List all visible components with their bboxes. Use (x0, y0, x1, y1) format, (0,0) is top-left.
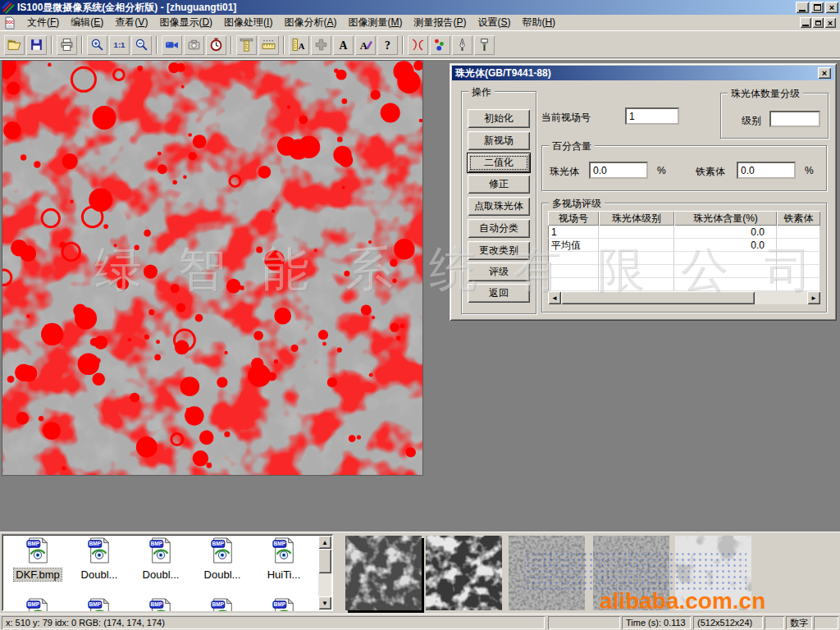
menu-item-P[interactable]: 测量报告(P) (408, 14, 472, 31)
close-button[interactable]: × (825, 2, 838, 13)
minimize-button[interactable] (796, 2, 809, 13)
video-camera-icon[interactable] (162, 35, 182, 55)
mdi-restore-button[interactable] (812, 17, 824, 28)
bmp-file-icon: BMP (25, 537, 50, 567)
scroll-left-icon[interactable]: ◄ (548, 291, 561, 304)
menu-item-I[interactable]: 图像处理(I) (218, 14, 278, 31)
save-icon[interactable] (26, 35, 47, 55)
scrollbar-thumb[interactable] (561, 291, 755, 304)
scroll-down-icon[interactable]: ▼ (318, 596, 331, 609)
print-icon[interactable] (57, 35, 77, 55)
scrollbar-thumb[interactable] (318, 549, 331, 573)
file-item-row2[interactable]: BMP (131, 598, 190, 611)
scroll-right-icon[interactable]: ► (807, 291, 820, 304)
menu-item-M[interactable]: 图像测量(M) (342, 14, 408, 31)
file-item-row2[interactable]: BMP (254, 598, 313, 611)
ferrite-input[interactable] (737, 162, 796, 179)
text-icon[interactable]: A (333, 35, 354, 55)
rating-table[interactable]: 视场号珠光体级别珠光体含量(%)铁素体 10.0平均值0.0 ◄ ► (548, 211, 820, 304)
micrograph-image[interactable] (2, 60, 423, 476)
file-item-4[interactable]: BMPDoubl... (193, 537, 252, 582)
merge-icon[interactable] (311, 35, 331, 55)
mdi-minimize-button[interactable] (800, 17, 811, 28)
menu-item-V[interactable]: 查看(V) (109, 14, 153, 31)
thumbnail-2[interactable] (426, 536, 502, 610)
file-item-row2[interactable]: BMP (8, 598, 67, 611)
scroll-up-icon[interactable]: ▲ (318, 536, 331, 549)
pen-icon[interactable] (452, 35, 472, 55)
dialog-title-bar[interactable]: 珠光体(GB/T9441-88) × (452, 66, 834, 80)
file-list[interactable]: ▲ ▼ BMPDKF.bmpBMPBMPDoubl...BMPBMPDoubl.… (2, 534, 333, 611)
maximize-button[interactable] (810, 2, 824, 13)
dialog-button-1[interactable]: 初始化 (468, 109, 530, 128)
zoom-in-icon[interactable] (87, 35, 107, 55)
actual-size-icon[interactable]: 1:1 (109, 35, 130, 55)
bmp-file-icon: BMP (210, 598, 235, 611)
thumbnail-3[interactable] (509, 536, 585, 610)
table-cell: 平均值 (548, 239, 599, 252)
toolbar-separator (402, 36, 404, 54)
table-header-cell: 视场号 (548, 211, 599, 226)
dialog-button-2[interactable]: 新视场 (468, 131, 530, 150)
dialog-button-7[interactable]: 更改类别 (468, 241, 530, 260)
curve-icon[interactable] (408, 35, 428, 55)
table-row[interactable] (548, 278, 820, 291)
file-item-row2[interactable]: BMP (70, 598, 129, 611)
menu-item-S[interactable]: 设置(S) (472, 14, 516, 31)
dialog-button-6[interactable]: 自动分类 (468, 219, 530, 238)
file-item-1[interactable]: BMPDKF.bmp (8, 537, 67, 582)
file-item-row2[interactable]: BMP (193, 598, 252, 611)
menu-item-A[interactable]: 图像分析(A) (278, 14, 342, 31)
open-icon[interactable] (4, 35, 25, 55)
empty-status-panel (814, 616, 838, 629)
thumbnail-4[interactable] (593, 536, 669, 610)
dialog-button-4[interactable]: 修正 (468, 175, 530, 194)
multi-field-group-label: 多视场评级 (549, 197, 605, 211)
pearlite-unit: % (657, 165, 666, 176)
title-bar: IS100显微摄像系统(金相分析版) - [zhuguangti01] × (0, 0, 840, 15)
pearlite-input[interactable] (589, 162, 648, 179)
menu-item-F[interactable]: 文件(F) (21, 14, 65, 31)
count-points-icon[interactable] (430, 35, 450, 55)
current-field-label: 当前视场号 (541, 111, 591, 125)
bmp-file-icon: BMP (148, 537, 173, 567)
menu-item-H[interactable]: 帮助(H) (516, 14, 561, 31)
table-row[interactable]: 10.0 (548, 226, 820, 239)
thumbnail-5[interactable] (675, 536, 751, 610)
capture-icon[interactable] (184, 35, 204, 55)
document-icon[interactable]: DOC (3, 16, 16, 30)
table-cell (777, 239, 820, 252)
thumbnail-1[interactable] (345, 536, 422, 610)
dialog-title-text: 珠光体(GB/T9441-88) (455, 66, 818, 80)
zoom-out-icon[interactable] (131, 35, 152, 55)
file-item-3[interactable]: BMPDoubl... (131, 537, 190, 582)
file-item-2[interactable]: BMPDoubl... (70, 537, 129, 582)
dialog-button-3[interactable]: 二值化 (468, 153, 530, 172)
caliper-icon[interactable] (236, 35, 257, 55)
file-item-5[interactable]: BMPHuiTi... (254, 537, 313, 582)
file-name: HuiTi... (266, 568, 303, 581)
ruler-icon[interactable] (258, 35, 279, 55)
table-header-cell: 珠光体含量(%) (674, 211, 777, 226)
menu-item-D[interactable]: 图像显示(D) (153, 14, 218, 31)
brush-icon[interactable] (474, 35, 495, 55)
table-row[interactable] (548, 265, 820, 278)
file-list-scrollbar[interactable]: ▲ ▼ (318, 536, 331, 609)
table-row[interactable] (548, 252, 820, 265)
dialog-button-8[interactable]: 评级 (468, 262, 530, 281)
current-field-input[interactable] (625, 107, 679, 125)
grade-label: 级别 (742, 114, 761, 128)
table-row[interactable]: 平均值0.0 (548, 239, 820, 252)
ferrite-unit: % (805, 165, 814, 176)
timer-icon[interactable] (206, 35, 226, 55)
table-horizontal-scrollbar[interactable]: ◄ ► (548, 291, 820, 304)
dialog-close-button[interactable]: × (818, 67, 831, 79)
help-icon[interactable]: ? (377, 35, 398, 55)
mdi-close-button[interactable]: × (824, 17, 836, 28)
grade-input[interactable] (769, 111, 820, 127)
calibrate-icon[interactable]: A (289, 35, 309, 55)
dialog-button-9[interactable]: 返回 (468, 284, 530, 303)
text-edit-icon[interactable]: A (355, 35, 376, 55)
dialog-button-5[interactable]: 点取珠光体 (468, 197, 530, 216)
menu-item-E[interactable]: 编辑(E) (65, 14, 109, 31)
